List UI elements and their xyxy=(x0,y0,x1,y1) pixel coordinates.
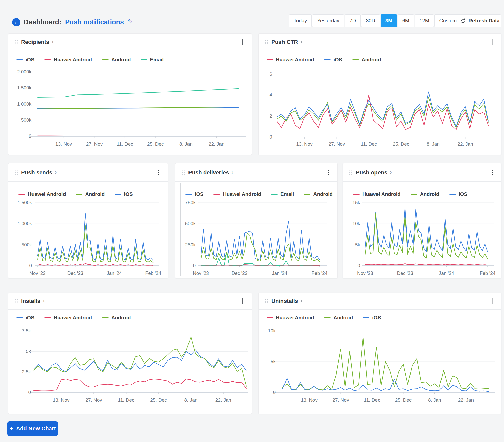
chart-card-recipients: Recipients › iOSHuawei AndroidAndroidEma… xyxy=(8,33,252,155)
dashboard-name-link[interactable]: Push notifications xyxy=(65,18,124,26)
kebab-menu-icon[interactable] xyxy=(241,38,244,47)
time-range-12m[interactable]: 12M xyxy=(415,14,434,27)
legend-item-huawei-android[interactable]: Huawei Android xyxy=(267,315,314,321)
time-range-7d[interactable]: 7D xyxy=(345,14,361,27)
widget-resize-handle[interactable] xyxy=(180,183,181,276)
chart-title-link-push-deliveries[interactable]: Push deliveries › xyxy=(188,169,233,176)
svg-text:8. Jan: 8. Jan xyxy=(428,397,441,403)
svg-text:5k: 5k xyxy=(355,242,360,247)
time-range-30d[interactable]: 30D xyxy=(361,14,380,27)
chart-canvas-push-ctr: 024613. Nov27. Nov11. Dec25. Dec8. Jan22… xyxy=(259,34,501,155)
kebab-menu-icon[interactable] xyxy=(157,168,161,177)
svg-text:500k: 500k xyxy=(185,221,196,226)
legend-marker xyxy=(324,317,331,318)
legend-label: Huawei Android xyxy=(276,315,314,321)
time-range-yesterday[interactable]: Yesterday xyxy=(312,14,344,27)
time-range-today[interactable]: Today xyxy=(289,14,312,27)
breadcrumb: Dashboard: Push notifications ✎ xyxy=(24,18,133,26)
legend-item-android[interactable]: Android xyxy=(304,191,333,197)
kebab-menu-icon[interactable] xyxy=(327,168,330,177)
legend-item-email[interactable]: Email xyxy=(271,191,294,197)
add-new-chart-button[interactable]: + Add New Chart xyxy=(7,421,58,436)
svg-text:27. Nov: 27. Nov xyxy=(329,141,345,147)
refresh-button[interactable]: Refresh Data xyxy=(459,14,501,27)
legend: iOSHuawei AndroidAndroidEmail xyxy=(16,57,164,63)
legend-item-huawei-android[interactable]: Huawei Android xyxy=(44,57,92,63)
legend-item-ios[interactable]: iOS xyxy=(324,57,342,63)
widget-resize-handle[interactable] xyxy=(495,183,495,276)
chart-title-link-recipients[interactable]: Recipients › xyxy=(21,39,54,45)
legend-marker xyxy=(353,194,360,195)
time-range-6m[interactable]: 6M xyxy=(398,14,414,27)
legend-item-ios[interactable]: iOS xyxy=(449,191,467,197)
legend-item-huawei-android[interactable]: Huawei Android xyxy=(353,191,400,197)
widget-resize-handle[interactable] xyxy=(161,183,161,276)
chart-title-link-push-ctr[interactable]: Push CTR › xyxy=(271,39,302,45)
drag-handle-icon[interactable] xyxy=(182,170,185,175)
kebab-menu-icon[interactable] xyxy=(491,297,494,306)
legend: Huawei AndroidiOSAndroid xyxy=(267,57,381,63)
legend-item-android[interactable]: Android xyxy=(324,315,353,321)
legend-item-huawei-android[interactable]: Huawei Android xyxy=(18,191,66,197)
legend-marker xyxy=(16,317,23,318)
svg-text:Nov '23: Nov '23 xyxy=(357,270,373,276)
chart-title-link-uninstalls[interactable]: Uninstalls › xyxy=(271,298,302,304)
svg-text:1 000k: 1 000k xyxy=(18,221,32,226)
legend-item-android[interactable]: Android xyxy=(76,191,105,197)
chart-title-link-push-sends[interactable]: Push sends › xyxy=(21,169,57,176)
svg-text:Feb '24: Feb '24 xyxy=(145,270,161,276)
legend-item-huawei-android[interactable]: Huawei Android xyxy=(267,57,314,63)
legend-item-email[interactable]: Email xyxy=(141,57,164,63)
card-header: Installs › xyxy=(8,293,252,310)
legend-marker xyxy=(141,59,147,60)
legend: Huawei AndroidAndroidiOS xyxy=(267,315,381,321)
chart-card-push-sends: Push sends › Huawei AndroidAndroidiOS 05… xyxy=(8,163,168,278)
chevron-right-icon: › xyxy=(54,169,57,175)
svg-text:5k: 5k xyxy=(271,359,276,364)
legend-marker xyxy=(271,194,278,195)
drag-handle-icon[interactable] xyxy=(265,299,268,303)
legend-item-android[interactable]: Android xyxy=(411,191,439,197)
legend-label: Email xyxy=(280,191,294,197)
svg-text:13. Nov: 13. Nov xyxy=(53,397,70,403)
legend-item-android[interactable]: Android xyxy=(102,57,131,63)
kebab-menu-icon[interactable] xyxy=(491,38,494,47)
chart-title-link-push-opens[interactable]: Push opens › xyxy=(356,169,392,176)
edit-pencil-icon[interactable]: ✎ xyxy=(128,18,133,26)
legend-item-ios[interactable]: iOS xyxy=(16,315,34,321)
legend-item-huawei-android[interactable]: Huawei Android xyxy=(44,315,92,321)
drag-handle-icon[interactable] xyxy=(15,299,18,303)
legend-label: iOS xyxy=(195,191,203,197)
time-range-3m[interactable]: 3M xyxy=(381,14,397,27)
chart-title-link-installs[interactable]: Installs › xyxy=(21,298,45,304)
legend-item-android[interactable]: Android xyxy=(352,57,381,63)
svg-text:25. Dec: 25. Dec xyxy=(150,397,167,403)
legend-item-huawei-android[interactable]: Huawei Android xyxy=(213,191,261,197)
legend-label: Android xyxy=(111,57,131,63)
widget-resize-handle[interactable] xyxy=(349,183,349,276)
legend: Huawei AndroidAndroidiOS xyxy=(18,191,133,197)
legend-marker xyxy=(352,59,359,60)
svg-text:13. Nov: 13. Nov xyxy=(296,141,313,147)
svg-text:0: 0 xyxy=(29,133,32,139)
svg-text:Nov '23: Nov '23 xyxy=(193,270,209,276)
legend-item-android[interactable]: Android xyxy=(102,315,131,321)
time-range-custom[interactable]: Custom xyxy=(434,14,461,27)
legend-item-ios[interactable]: iOS xyxy=(185,191,203,197)
svg-text:10k: 10k xyxy=(268,328,276,333)
drag-handle-icon[interactable] xyxy=(15,40,18,44)
legend-item-ios[interactable]: iOS xyxy=(363,315,381,321)
svg-text:Dec '23: Dec '23 xyxy=(397,270,413,276)
legend-marker xyxy=(449,194,456,195)
kebab-menu-icon[interactable] xyxy=(241,297,244,306)
svg-text:Jan '24: Jan '24 xyxy=(107,270,122,276)
back-button[interactable]: ← xyxy=(12,18,20,26)
drag-handle-icon[interactable] xyxy=(265,40,268,44)
legend-item-ios[interactable]: iOS xyxy=(115,191,133,197)
drag-handle-icon[interactable] xyxy=(349,170,352,175)
drag-handle-icon[interactable] xyxy=(15,170,18,175)
svg-text:0: 0 xyxy=(28,390,31,395)
widget-resize-handle[interactable] xyxy=(333,183,333,276)
legend-item-ios[interactable]: iOS xyxy=(16,57,34,63)
kebab-menu-icon[interactable] xyxy=(491,168,494,177)
